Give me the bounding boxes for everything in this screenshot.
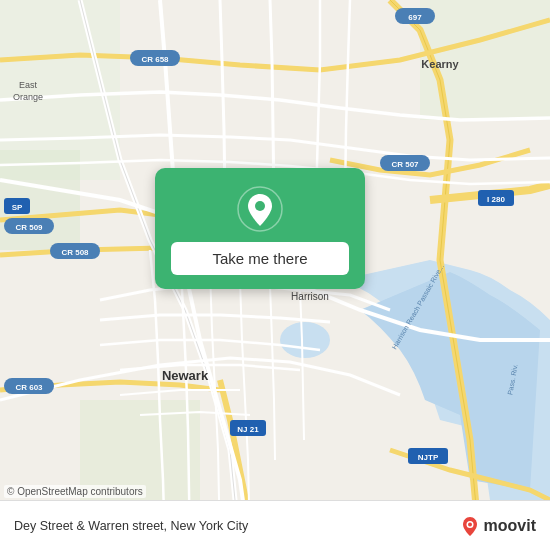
attribution: © OpenStreetMap contributors <box>4 485 146 498</box>
svg-text:Harrison: Harrison <box>291 291 329 302</box>
svg-text:CR 658: CR 658 <box>141 55 169 64</box>
attribution-text: © OpenStreetMap contributors <box>7 486 143 497</box>
svg-text:East: East <box>19 80 38 90</box>
svg-text:SP: SP <box>12 203 23 212</box>
svg-text:CR 507: CR 507 <box>391 160 419 169</box>
bottom-bar: Dey Street & Warren street, New York Cit… <box>0 500 550 550</box>
location-pin-icon <box>237 186 283 232</box>
svg-text:I 280: I 280 <box>487 195 505 204</box>
svg-point-1 <box>280 322 330 358</box>
moovit-logo: moovit <box>459 515 536 537</box>
address-text: Dey Street & Warren street, New York Cit… <box>14 519 248 533</box>
card-overlay: Take me there <box>155 168 365 289</box>
svg-text:697: 697 <box>408 13 422 22</box>
moovit-pin-icon <box>459 515 481 537</box>
map-container: CR 658 CR 507 I 280 697 CR 509 SP CR 508… <box>0 0 550 550</box>
svg-text:Kearny: Kearny <box>421 58 459 70</box>
svg-text:CR 603: CR 603 <box>15 383 43 392</box>
svg-text:CR 508: CR 508 <box>61 248 89 257</box>
svg-text:NJ 21: NJ 21 <box>237 425 259 434</box>
take-me-there-button[interactable]: Take me there <box>171 242 349 275</box>
bottom-bar-left: Dey Street & Warren street, New York Cit… <box>14 519 248 533</box>
svg-text:Newark: Newark <box>162 368 209 383</box>
svg-text:Orange: Orange <box>13 92 43 102</box>
moovit-logo-text: moovit <box>484 517 536 535</box>
svg-text:CR 509: CR 509 <box>15 223 43 232</box>
svg-text:NJTP: NJTP <box>418 453 439 462</box>
svg-point-36 <box>468 522 472 526</box>
svg-point-34 <box>255 201 265 211</box>
